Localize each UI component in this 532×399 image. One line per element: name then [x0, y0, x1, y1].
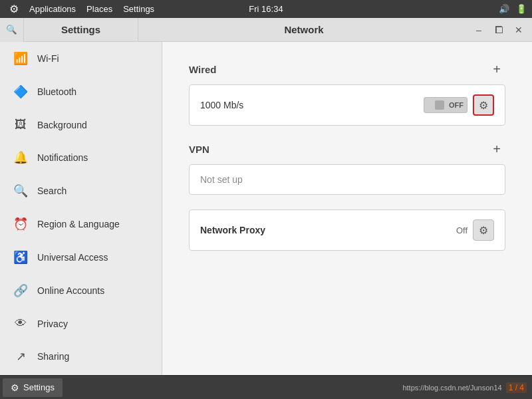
sidebar-label-notifications: Notifications — [37, 152, 88, 163]
vpn-section-header: VPN + — [189, 140, 505, 158]
sidebar-item-sharing[interactable]: ↗ Sharing — [0, 340, 162, 373]
vpn-box: Not set up — [189, 164, 505, 195]
proxy-settings-button[interactable]: ⚙ — [473, 219, 494, 241]
sidebar-label-universal-access: Universal Access — [37, 252, 108, 263]
taskbar-right: https://blog.csdn.net/Junson14 1 / 4 — [402, 382, 532, 393]
sidebar-item-search[interactable]: 🔍 Search — [0, 174, 162, 207]
sidebar-label-sharing: Sharing — [37, 351, 69, 362]
vpn-row: Not set up — [190, 165, 505, 194]
toggle-off-label: OFF — [447, 101, 466, 109]
window-controls: – ⧠ ✕ — [469, 21, 528, 39]
wired-gear-icon: ⚙ — [479, 99, 488, 112]
maximize-button[interactable]: ⧠ — [489, 21, 508, 39]
sidebar-label-online-accounts: Online Accounts — [37, 285, 104, 296]
sidebar-item-online-accounts[interactable]: 🔗 Online Accounts — [0, 274, 162, 307]
sidebar-item-bluetooth[interactable]: 🔷 Bluetooth — [0, 75, 162, 108]
settings-window: 🔍 Settings Network – ⧠ ✕ 📶 Wi-Fi 🔷 Bluet… — [0, 18, 532, 375]
battery-icon[interactable]: 🔋 — [516, 4, 527, 14]
wired-speed-label: 1000 Mb/s — [200, 100, 424, 110]
proxy-label: Network Proxy — [200, 225, 456, 235]
sidebar-item-privacy[interactable]: 👁 Privacy — [0, 307, 162, 340]
sharing-icon: ↗ — [13, 349, 28, 364]
sidebar: 📶 Wi-Fi 🔷 Bluetooth 🖼 Background 🔔 Notif… — [0, 42, 162, 375]
background-icon: 🖼 — [13, 118, 28, 132]
sidebar-item-universal-access[interactable]: ♿ Universal Access — [0, 241, 162, 274]
privacy-icon: 👁 — [13, 317, 28, 331]
top-menubar: ⚙ Applications Places Settings Fri 16:34… — [0, 0, 532, 18]
bluetooth-icon: 🔷 — [13, 84, 28, 99]
online-accounts-icon: 🔗 — [13, 283, 28, 298]
taskbar: ⚙ Settings https://blog.csdn.net/Junson1… — [0, 375, 532, 399]
vpn-add-button[interactable]: + — [488, 140, 505, 158]
sidebar-label-background: Background — [37, 120, 87, 130]
wired-row: 1000 Mb/s OFF ⚙ — [190, 85, 505, 125]
clock: Fri 16:34 — [249, 4, 283, 14]
sidebar-label-bluetooth: Bluetooth — [37, 86, 76, 97]
sidebar-item-notifications[interactable]: 🔔 Notifications — [0, 141, 162, 174]
settings-menu[interactable]: Settings — [119, 3, 158, 15]
top-menu-left: ⚙ Applications Places Settings — [5, 1, 158, 17]
proxy-status: Off — [456, 225, 467, 235]
taskbar-settings-icon: ⚙ — [11, 382, 19, 393]
sidebar-item-region[interactable]: ⏰ Region & Language — [0, 207, 162, 241]
sidebar-header-title: Settings — [24, 18, 138, 42]
wired-section-header: Wired + — [189, 61, 505, 78]
sidebar-item-background[interactable]: 🖼 Background — [0, 108, 162, 141]
wifi-icon: 📶 — [13, 51, 28, 66]
wired-title: Wired — [189, 64, 217, 75]
toggle-track — [426, 99, 446, 111]
proxy-box: Network Proxy Off ⚙ — [189, 209, 505, 251]
top-menu-right: 🔊 🔋 — [499, 4, 527, 14]
vpn-not-setup-label: Not set up — [200, 174, 494, 185]
proxy-row: Network Proxy Off ⚙ — [190, 210, 505, 250]
sidebar-label-wifi: Wi-Fi — [37, 53, 59, 64]
search-icon: 🔍 — [6, 25, 17, 35]
notifications-icon: 🔔 — [13, 150, 28, 165]
wired-add-button[interactable]: + — [488, 61, 505, 78]
search-nav-icon: 🔍 — [13, 184, 28, 198]
taskbar-settings-button[interactable]: ⚙ Settings — [3, 378, 63, 397]
sidebar-label-privacy: Privacy — [37, 319, 68, 329]
minimize-button[interactable]: – — [469, 21, 488, 39]
app-menu-icon: ⚙ — [5, 1, 23, 17]
wired-toggle[interactable]: OFF — [424, 97, 467, 113]
search-button[interactable]: 🔍 — [0, 18, 24, 42]
main-area: 📶 Wi-Fi 🔷 Bluetooth 🖼 Background 🔔 Notif… — [0, 42, 532, 375]
proxy-gear-icon: ⚙ — [479, 224, 488, 237]
wired-settings-button[interactable]: ⚙ — [473, 94, 494, 116]
titlebar: 🔍 Settings Network – ⧠ ✕ — [0, 18, 532, 42]
window-title: Network — [138, 24, 469, 35]
universal-access-icon: ♿ — [13, 250, 28, 265]
volume-icon[interactable]: 🔊 — [499, 4, 509, 14]
applications-menu[interactable]: Applications — [25, 3, 80, 15]
close-button[interactable]: ✕ — [509, 21, 528, 39]
toggle-knob — [435, 100, 444, 110]
network-content: Wired + 1000 Mb/s OFF ⚙ — [162, 42, 532, 375]
places-menu[interactable]: Places — [82, 3, 116, 15]
wired-box: 1000 Mb/s OFF ⚙ — [189, 84, 505, 126]
region-icon: ⏰ — [13, 217, 28, 231]
taskbar-settings-label: Settings — [23, 382, 55, 392]
sidebar-item-wifi[interactable]: 📶 Wi-Fi — [0, 42, 162, 75]
sidebar-label-region: Region & Language — [37, 219, 120, 229]
taskbar-url: https://blog.csdn.net/Junson14 — [402, 384, 501, 392]
vpn-title: VPN — [189, 144, 209, 155]
taskbar-page-count: 1 / 4 — [506, 382, 527, 393]
sidebar-label-search: Search — [37, 186, 66, 196]
